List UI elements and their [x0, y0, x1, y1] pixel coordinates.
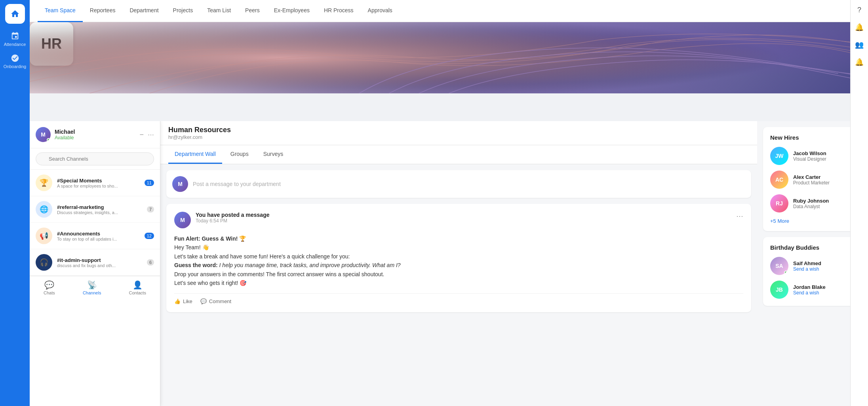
profile-info-strip: Human Resources hr@zylker.com — [160, 121, 757, 145]
content-body: HR M Michael Available − ⋯ — [30, 22, 868, 406]
onboarding-label: Onboarding — [4, 64, 27, 69]
top-navigation: Team Space Reportees Department Projects… — [30, 0, 868, 22]
msg-guess-label: Guess the word: — [174, 262, 219, 268]
user-name: Michael — [55, 129, 135, 135]
tab-projects[interactable]: Projects — [166, 0, 200, 22]
sidebar-item-attendance[interactable]: Attendance — [4, 32, 26, 47]
channel-text-special-moments: #Special Moments A space for employees t… — [57, 178, 140, 188]
channel-icon-announcements: 📢 — [36, 228, 52, 244]
birthday-info-saif: Saif Ahmed Send a wish — [793, 260, 855, 272]
msg-line3: Let's take a break and have some fun! He… — [174, 252, 743, 261]
bell-icon[interactable]: 🔔 — [855, 58, 864, 66]
attendance-label: Attendance — [4, 42, 26, 47]
tab-groups[interactable]: Groups — [224, 145, 255, 164]
like-label: Like — [183, 298, 192, 304]
send-wish-saif[interactable]: Send a wish — [793, 266, 855, 272]
message-header: M You have posted a message Today 6:54 P… — [174, 212, 743, 228]
birthday-buddies-card: Birthday Buddies SA Saif Ahmed Send a wi… — [763, 237, 862, 306]
channel-count-announcements: 12 — [145, 233, 154, 239]
channel-item-it-admin[interactable]: 🎧 #it-admin-support discuss and fix bugs… — [30, 249, 160, 276]
birthday-name-saif: Saif Ahmed — [793, 260, 855, 266]
bottom-nav-contacts[interactable]: 👤 Contacts — [129, 280, 146, 295]
contacts-label: Contacts — [129, 290, 146, 295]
hire-avatar-jacob: JW — [770, 147, 788, 165]
tab-ex-employees[interactable]: Ex-Employees — [267, 0, 317, 22]
tab-hr-process[interactable]: HR Process — [317, 0, 361, 22]
tab-surveys[interactable]: Surveys — [257, 145, 290, 164]
msg-line5: Drop your answers in the comments! The f… — [174, 270, 743, 279]
message-time: Today 6:54 PM — [196, 218, 731, 224]
contacts-icon: 👤 — [133, 280, 143, 290]
channel-count-it-admin: 6 — [147, 259, 154, 266]
birthday-name-jordan: Jordan Blake — [793, 284, 855, 290]
chats-label: Chats — [44, 290, 55, 295]
sidebar-item-onboarding[interactable]: Onboarding — [4, 54, 27, 69]
message-actions: 👍 Like 💬 Comment — [174, 293, 743, 304]
hire-item-ruby: RJ Ruby Johnson Data Analyst — [770, 194, 855, 212]
channel-icon-it-admin: 🎧 — [36, 254, 52, 271]
message-title: You have posted a message — [196, 212, 731, 218]
tab-department[interactable]: Department — [122, 0, 166, 22]
post-placeholder-text[interactable]: Post a message to your department — [193, 181, 745, 187]
tab-approvals[interactable]: Approvals — [361, 0, 400, 22]
hire-role-ruby: Data Analyst — [793, 204, 855, 209]
right-icons-bar: ? 🔔 👥 🔔 — [850, 0, 868, 406]
department-banner: HR — [30, 22, 868, 93]
banner-swirl — [30, 22, 868, 93]
hire-info-ruby: Ruby Johnson Data Analyst — [793, 198, 855, 209]
message-card: M You have posted a message Today 6:54 P… — [166, 204, 751, 312]
tab-team-list[interactable]: Team List — [200, 0, 238, 22]
send-wish-jordan[interactable]: Send a wish — [793, 290, 855, 296]
channel-text-referral: #referral-marketing Discuss strategies, … — [57, 204, 142, 215]
channel-text-it-admin: #it-admin-support discuss and fix bugs a… — [57, 257, 142, 268]
channel-item-referral[interactable]: 🌐 #referral-marketing Discuss strategies… — [30, 196, 160, 223]
tab-team-space[interactable]: Team Space — [38, 0, 83, 22]
comment-icon: 💬 — [200, 298, 207, 304]
more-hires-link[interactable]: +5 More — [770, 218, 855, 224]
bottom-nav-chats[interactable]: 💬 Chats — [44, 280, 55, 295]
birthday-item-saif: SA Saif Ahmed Send a wish — [770, 257, 855, 275]
tab-peers[interactable]: Peers — [238, 0, 267, 22]
help-icon[interactable]: ? — [857, 6, 861, 14]
hire-role-alex: Product Marketer — [793, 180, 855, 186]
channel-count-special-moments: 11 — [145, 180, 154, 186]
hire-avatar-alex: AC — [770, 171, 788, 189]
minimize-button[interactable]: − — [139, 131, 144, 139]
tab-reportees[interactable]: Reportees — [83, 0, 123, 22]
channel-icon-special-moments: 🏆 — [36, 175, 52, 191]
search-bar: 🔍 — [30, 148, 160, 170]
bottom-nav-channels[interactable]: 📡 Channels — [83, 280, 101, 295]
msg-guess-italic: I help you manage time, track tasks, and… — [219, 262, 401, 268]
notifications-icon[interactable]: 🔔 — [855, 23, 864, 32]
three-column-layout: M Michael Available − ⋯ 🔍 — [30, 121, 868, 406]
more-options-button[interactable]: ⋯ — [148, 131, 154, 138]
birthday-online-dot-saif — [784, 271, 788, 275]
message-more-button[interactable]: ⋯ — [736, 212, 743, 220]
birthday-info-jordan: Jordan Blake Send a wish — [793, 284, 855, 296]
msg-line2: Hey Team! 👋 — [174, 243, 743, 252]
birthday-avatar-jordan: JB — [770, 281, 788, 299]
search-wrap: 🔍 — [36, 152, 154, 165]
department-name: Human Resources — [168, 126, 749, 134]
channel-item-announcements[interactable]: 📢 #Announcements To stay on top of all u… — [30, 223, 160, 249]
tab-department-wall[interactable]: Department Wall — [168, 145, 222, 164]
channel-icon-referral: 🌐 — [36, 201, 52, 218]
comment-label: Comment — [209, 298, 231, 304]
hire-name-ruby: Ruby Johnson — [793, 198, 855, 204]
message-content: Fun Alert: Guess & Win! 🏆 Hey Team! 👋 Le… — [174, 234, 743, 287]
post-message-box[interactable]: M Post a message to your department — [166, 170, 751, 198]
comment-button[interactable]: 💬 Comment — [200, 298, 231, 304]
msg-line6: Let's see who gets it right! 🎯 — [174, 279, 743, 287]
home-nav-button[interactable] — [5, 4, 25, 24]
people-icon[interactable]: 👥 — [855, 40, 864, 49]
channels-user-header: M Michael Available − ⋯ — [30, 121, 160, 148]
hire-name-jacob: Jacob Wilson — [793, 150, 855, 156]
like-button[interactable]: 👍 Like — [174, 298, 192, 304]
hire-avatar-ruby: RJ — [770, 194, 788, 212]
channel-item-special-moments[interactable]: 🏆 #Special Moments A space for employees… — [30, 170, 160, 196]
hire-name-alex: Alex Carter — [793, 174, 855, 180]
channels-bottom-nav: 💬 Chats 📡 Channels 👤 Contacts — [30, 276, 160, 299]
search-channels-input[interactable] — [36, 152, 154, 165]
birthday-avatar-saif: SA — [770, 257, 788, 275]
channels-icon: 📡 — [87, 280, 97, 290]
